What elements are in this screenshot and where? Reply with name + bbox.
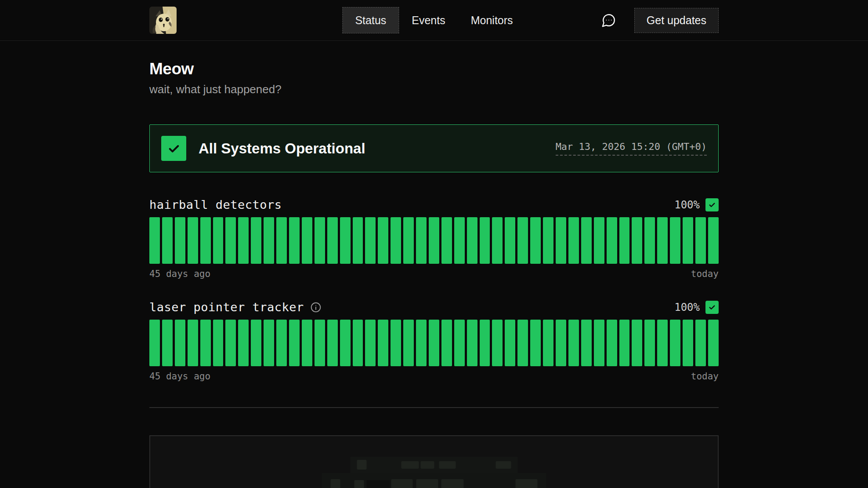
uptime-day-bar[interactable] [657, 217, 668, 264]
uptime-day-bar[interactable] [175, 217, 185, 264]
uptime-day-bar[interactable] [200, 217, 211, 264]
status-page: Meow wait, what just happened? All Syste… [149, 41, 719, 488]
uptime-day-bar[interactable] [353, 217, 363, 264]
uptime-day-bar[interactable] [632, 217, 642, 264]
uptime-day-bar[interactable] [581, 217, 592, 264]
uptime-day-bar[interactable] [276, 320, 287, 366]
uptime-day-bar[interactable] [644, 217, 655, 264]
uptime-day-bar[interactable] [149, 217, 160, 264]
uptime-day-bar[interactable] [213, 217, 224, 264]
uptime-day-bar[interactable] [365, 217, 376, 264]
status-timestamp[interactable]: Mar 13, 2026 15:20 (GMT+0) [556, 141, 707, 156]
uptime-day-bar[interactable] [378, 217, 388, 264]
uptime-day-bar[interactable] [238, 217, 249, 264]
uptime-day-bar[interactable] [264, 217, 274, 264]
uptime-day-bar[interactable] [619, 320, 630, 366]
uptime-day-bar[interactable] [213, 320, 224, 366]
uptime-day-bar[interactable] [543, 320, 553, 366]
uptime-day-bar[interactable] [517, 217, 528, 264]
nav-tab-monitors[interactable]: Monitors [458, 7, 526, 33]
uptime-day-bar[interactable] [302, 320, 312, 366]
uptime-day-bar[interactable] [327, 320, 338, 366]
uptime-day-bar[interactable] [340, 217, 351, 264]
monitor-info-button[interactable] [310, 302, 322, 313]
uptime-day-bar[interactable] [441, 320, 452, 366]
uptime-day-bar[interactable] [391, 217, 401, 264]
uptime-day-bar[interactable] [378, 320, 388, 366]
uptime-day-bar[interactable] [403, 217, 414, 264]
uptime-day-bar[interactable] [467, 217, 477, 264]
uptime-day-bar[interactable] [607, 320, 617, 366]
uptime-day-bar[interactable] [505, 217, 515, 264]
uptime-day-bar[interactable] [340, 320, 351, 366]
uptime-day-bar[interactable] [391, 320, 401, 366]
get-updates-button[interactable]: Get updates [634, 8, 719, 33]
nav-tab-events[interactable]: Events [399, 7, 458, 33]
uptime-day-bar[interactable] [225, 217, 236, 264]
uptime-day-bar[interactable] [276, 217, 287, 264]
uptime-day-bar[interactable] [225, 320, 236, 366]
uptime-day-bar[interactable] [492, 320, 503, 366]
uptime-day-bar[interactable] [467, 320, 477, 366]
uptime-day-bar[interactable] [162, 217, 173, 264]
uptime-day-bar[interactable] [683, 320, 693, 366]
uptime-day-bar[interactable] [327, 217, 338, 264]
uptime-day-bar[interactable] [556, 217, 566, 264]
brand-logo[interactable] [149, 7, 177, 34]
uptime-day-bar[interactable] [492, 217, 503, 264]
uptime-day-bar[interactable] [251, 217, 261, 264]
uptime-day-bar[interactable] [454, 320, 465, 366]
uptime-day-bar[interactable] [289, 217, 300, 264]
uptime-day-bar[interactable] [315, 320, 325, 366]
uptime-day-bar[interactable] [289, 320, 300, 366]
uptime-day-bar[interactable] [264, 320, 274, 366]
uptime-day-bar[interactable] [657, 320, 668, 366]
uptime-day-bar[interactable] [480, 320, 490, 366]
uptime-day-bar[interactable] [594, 217, 604, 264]
uptime-day-bar[interactable] [416, 320, 427, 366]
uptime-day-bar[interactable] [619, 217, 630, 264]
uptime-day-bar[interactable] [517, 320, 528, 366]
uptime-day-bar[interactable] [530, 320, 541, 366]
uptime-day-bar[interactable] [480, 217, 490, 264]
uptime-day-bar[interactable] [441, 217, 452, 264]
uptime-day-bar[interactable] [302, 217, 312, 264]
feedback-chat-button[interactable] [599, 11, 618, 30]
uptime-day-bar[interactable] [568, 217, 579, 264]
uptime-day-bar[interactable] [581, 320, 592, 366]
uptime-day-bar[interactable] [695, 320, 706, 366]
uptime-day-bar[interactable] [708, 217, 719, 264]
uptime-day-bar[interactable] [505, 320, 515, 366]
uptime-day-bar[interactable] [695, 217, 706, 264]
uptime-day-bar[interactable] [403, 320, 414, 366]
uptime-day-bar[interactable] [607, 217, 617, 264]
uptime-day-bar[interactable] [670, 217, 680, 264]
uptime-day-bar[interactable] [644, 320, 655, 366]
uptime-day-bar[interactable] [454, 217, 465, 264]
uptime-day-bar[interactable] [175, 320, 185, 366]
uptime-day-bar[interactable] [149, 320, 160, 366]
uptime-day-bar[interactable] [530, 217, 541, 264]
uptime-day-bar[interactable] [365, 320, 376, 366]
uptime-day-bar[interactable] [188, 217, 198, 264]
uptime-day-bar[interactable] [429, 217, 439, 264]
uptime-day-bar[interactable] [594, 320, 604, 366]
uptime-day-bar[interactable] [251, 320, 261, 366]
uptime-day-bar[interactable] [315, 217, 325, 264]
uptime-day-bar[interactable] [568, 320, 579, 366]
uptime-day-bar[interactable] [200, 320, 211, 366]
nav-tab-status[interactable]: Status [342, 7, 399, 33]
monitor-name: laser pointer tracker [149, 300, 304, 314]
uptime-day-bar[interactable] [683, 217, 693, 264]
uptime-day-bar[interactable] [670, 320, 680, 366]
uptime-day-bar[interactable] [162, 320, 173, 366]
uptime-day-bar[interactable] [238, 320, 249, 366]
uptime-day-bar[interactable] [708, 320, 719, 366]
uptime-day-bar[interactable] [429, 320, 439, 366]
uptime-day-bar[interactable] [188, 320, 198, 366]
uptime-day-bar[interactable] [556, 320, 566, 366]
uptime-day-bar[interactable] [353, 320, 363, 366]
uptime-day-bar[interactable] [416, 217, 427, 264]
uptime-day-bar[interactable] [543, 217, 553, 264]
uptime-day-bar[interactable] [632, 320, 642, 366]
